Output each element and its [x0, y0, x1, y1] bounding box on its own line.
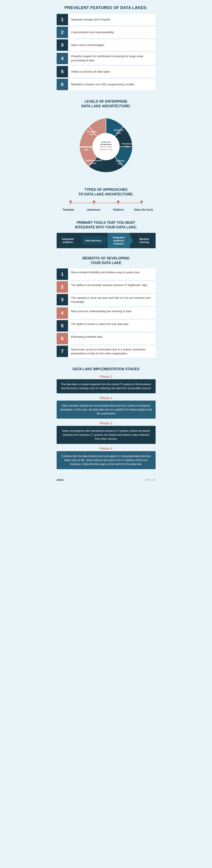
feature-item-4: 4 Powerful support for distributed compu…: [57, 52, 155, 64]
benefits-title: BENEFITS OF DEVELOPINGYOUR DATA LAKE: [53, 253, 159, 269]
stage-phase-2: Phase 2: [57, 396, 155, 400]
benefit-item-3: 3 The capacity to store raw data and ref…: [57, 294, 155, 306]
stages-title: DATA LAKE IMPLEMENTATION STAGES: [53, 364, 159, 375]
feature-item-2: 2 Customization and interoperability: [57, 27, 155, 38]
benefit-number: 7: [57, 346, 68, 357]
benefit-text: More excellent flexibility and limitless…: [68, 269, 143, 277]
benefit-number: 2: [57, 281, 68, 292]
feature-text: Powerful support for distributed computi…: [68, 52, 155, 64]
svg-point-29: [69, 200, 72, 203]
benefit-item-1: 1 More excellent flexibility and limitle…: [57, 269, 155, 280]
feature-item-5: 5 Ability to process all data types: [57, 66, 155, 78]
benefit-number: 1: [57, 269, 68, 280]
svg-text:Reception: Reception: [87, 131, 97, 133]
stage-content-4: Combine with the data infrastructure and…: [57, 451, 155, 469]
benefit-text: Eliminating scattered data: [68, 333, 106, 341]
svg-text:Processing: Processing: [122, 143, 133, 145]
architecture-title: LEVELS OF ENTERPRISEDATA LAKE ARCHITECTU…: [53, 96, 159, 112]
stage-item-3: Phase 3 Deep convergence with mainstream…: [57, 421, 155, 444]
svg-text:ARCHITECTURE:: ARCHITECTURE:: [99, 149, 113, 151]
svg-text:Analytics: Analytics: [116, 160, 125, 162]
svg-text:level: level: [90, 133, 94, 135]
tool-arrow-1: [79, 236, 82, 245]
tool-arrow-2: [104, 236, 108, 245]
svg-text:Distillation: Distillation: [114, 129, 124, 131]
benefit-item-7: 7 Democratic access to information due t…: [57, 346, 155, 358]
tool-item-3: Integrated graphical analytics: [108, 233, 130, 248]
stage-content-3: Deep convergence with mainstream busines…: [57, 426, 155, 444]
svg-text:LEVELS OF: LEVELS OF: [101, 141, 111, 143]
svg-text:ENTERPRISE: ENTERPRISE: [100, 144, 112, 146]
benefits-list: 1 More excellent flexibility and limitle…: [53, 269, 159, 364]
stage-content-1: The data lake is created separate from t…: [57, 379, 155, 393]
benefit-text: Democratic access to information due to …: [68, 346, 155, 358]
stage-item-1: Phase 1 The data lake is created separat…: [57, 375, 155, 393]
approach-lakehouse: Lakehouse: [82, 207, 105, 213]
svg-point-30: [93, 200, 95, 203]
benefit-number: 6: [57, 333, 68, 344]
approach-lifecycle: Data Life Cycle: [132, 207, 155, 213]
stage-phase-4: Phase 4: [57, 446, 155, 450]
stage-item-4: Phase 4 Combine with the data infrastruc…: [57, 446, 155, 469]
stages-section: DATA LAKE IMPLEMENTATION STAGES Phase 1 …: [53, 364, 159, 476]
feature-text: Open-source technologies: [68, 41, 108, 49]
approaches-items: Template Lakehouse Platform Data Life Cy…: [57, 207, 155, 213]
feature-item-1: 1 Separate storage and compute: [57, 14, 155, 25]
tool-item-2: Data directory: [82, 236, 104, 245]
stages-list: Phase 1 The data lake is created separat…: [53, 375, 159, 476]
stage-item-2: Phase 2 Data scientists analyze the accu…: [57, 396, 155, 418]
benefit-number: 3: [57, 294, 68, 305]
benefit-text: The ability to extract a value from any …: [68, 320, 132, 329]
feature-text: Customization and interoperability: [68, 28, 117, 36]
page-title: PREVALENT FEATURES OF DATA LAKES:: [58, 5, 155, 10]
tool-arrow-3: [130, 236, 133, 245]
architecture-section: LEVELS OF ENTERPRISEDATA LAKE ARCHITECTU…: [53, 96, 159, 184]
svg-point-32: [140, 200, 143, 203]
svg-text:Layer: Layer: [92, 162, 97, 164]
approaches-section: TYPES OF APPROACHESTO DATA LAKE ARCHITEC…: [53, 184, 159, 217]
footer-logo: Jelvix: [57, 478, 64, 482]
tools-section: PRIMARY TOOLS THAT YOU MUSTINTEGRATE INT…: [53, 217, 159, 253]
tool-item-1: Integrated analytics: [57, 235, 79, 247]
feature-number: 2: [57, 27, 68, 38]
feature-item-6: 6 Maintains complex non-SQL programming …: [57, 79, 155, 90]
architecture-diagram: LEVELS OF ENTERPRISE DATA LAKE ARCHITECT…: [71, 114, 141, 180]
feature-number: 1: [57, 14, 68, 25]
benefit-item-2: 2 The ability to accumulate massive amou…: [57, 281, 155, 292]
svg-text:layer: layer: [116, 132, 121, 134]
benefit-item-5: 5 The ability to extract a value from an…: [57, 320, 155, 332]
approach-template: Template: [57, 207, 80, 213]
svg-text:Sandbox data: Sandbox data: [80, 146, 93, 148]
stage-content-2: Data scientists analyze the accumulated …: [57, 401, 155, 418]
approaches-title: TYPES OF APPROACHESTO DATA LAKE ARCHITEC…: [53, 184, 159, 200]
svg-point-31: [117, 200, 119, 203]
tool-item-4: Machine learning: [133, 235, 155, 247]
benefit-number: 4: [57, 307, 68, 319]
footer: Jelvix jelvix.com: [53, 476, 159, 484]
footer-url: jelvix.com: [146, 478, 155, 481]
benefit-item-6: 6 Eliminating scattered data: [57, 333, 155, 344]
tools-bar: Integrated analyticsData directoryIntegr…: [57, 233, 155, 248]
svg-text:Unified Operations: Unified Operations: [85, 159, 102, 162]
benefit-text: The ability to accumulate massive amount…: [68, 281, 151, 289]
feature-number: 5: [57, 66, 68, 78]
page-header: PREVALENT FEATURES OF DATA LAKES: 1 Sepa…: [53, 0, 159, 96]
feature-text: Separate storage and compute: [68, 16, 113, 24]
feature-number: 6: [57, 79, 68, 90]
approach-platform: Platform: [107, 207, 130, 213]
benefit-number: 5: [57, 320, 68, 332]
svg-text:layer: layer: [118, 162, 122, 165]
stage-phase-1: Phase 1: [57, 375, 155, 378]
feature-text: Maintains complex non-SQL programming mo…: [68, 80, 138, 89]
svg-text:DATA LAKE: DATA LAKE: [100, 146, 112, 148]
benefit-item-4: 4 Many tools for understanding the meani…: [57, 307, 155, 319]
feature-number: 4: [57, 53, 68, 64]
benefit-text: Many tools for understanding the meaning…: [68, 307, 135, 316]
stage-phase-3: Phase 3: [57, 421, 155, 425]
feature-text: Ability to process all data types: [68, 67, 113, 76]
features-section: 1 Separate storage and compute 2 Customi…: [53, 14, 159, 96]
tools-title: PRIMARY TOOLS THAT YOU MUSTINTEGRATE INT…: [53, 217, 159, 233]
svg-text:layer: layer: [84, 149, 89, 151]
feature-item-3: 3 Open-source technologies: [57, 39, 155, 51]
svg-text:layer: layer: [125, 145, 130, 148]
